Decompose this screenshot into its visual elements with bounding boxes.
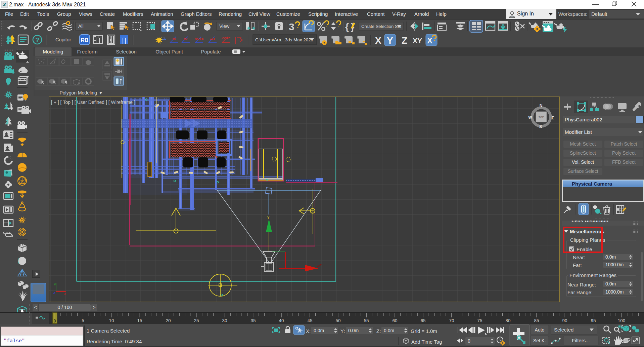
svg-text:15: 15 [137,318,142,323]
svg-text:X:: X: [306,328,311,334]
svg-text:25: 25 [194,318,199,323]
svg-text:0: 0 [54,319,56,323]
svg-text:View: View [219,24,230,29]
svg-text:0.0m: 0.0m [384,328,394,333]
svg-text:5: 5 [82,318,84,323]
svg-text:Create Selection Set: Create Selection Set [361,24,402,29]
svg-text:W: W [528,115,532,120]
svg-text:30: 30 [222,318,227,323]
svg-text:x: x [64,292,66,296]
svg-text:S: S [539,124,542,129]
svg-text:3: 3 [289,21,294,32]
svg-text:Y: Y [387,35,393,46]
svg-text:Filters...: Filters... [572,338,590,343]
svg-text:X: X [375,35,381,46]
svg-text:90: 90 [184,37,188,40]
svg-text:40: 40 [279,318,284,323]
svg-text:0.0m: 0.0m [314,328,324,333]
svg-text:50: 50 [335,318,340,323]
svg-text:N: N [540,103,543,108]
svg-text:80: 80 [505,318,510,323]
svg-text:y: y [54,282,56,286]
svg-text:z: z [53,291,55,295]
svg-text:Copitor: Copitor [55,37,71,42]
svg-text:Rendering Time 0:49:34: Rendering Time 0:49:34 [87,339,142,344]
svg-text:"false": "false" [4,338,25,344]
svg-text:1 Camera Selected: 1 Camera Selected [87,328,130,334]
svg-text:Z: Z [402,35,407,46]
svg-text:Auto: Auto [535,327,545,333]
svg-text:KOTE: KOTE [222,36,230,40]
svg-text:y: y [267,214,270,219]
svg-text:Grid = 1.0m: Grid = 1.0m [411,328,437,334]
svg-text:TOP: TOP [539,116,544,119]
svg-text:RB: RB [81,37,88,43]
svg-text:E: E [552,116,554,120]
svg-text:95: 95 [591,318,596,323]
svg-text:Selected: Selected [554,327,573,333]
svg-text:NOTE: NOTE [195,37,203,40]
svg-text:100: 100 [618,318,626,323]
svg-text:Z:: Z: [376,328,381,334]
svg-text:Y:: Y: [340,328,345,334]
svg-text:90: 90 [562,318,567,323]
svg-text:45: 45 [172,37,176,40]
svg-text:All: All [78,24,84,29]
svg-text:135: 135 [210,37,216,40]
svg-text:70: 70 [449,318,454,323]
svg-text:?: ? [35,36,39,43]
svg-text:Add Time Tag: Add Time Tag [411,339,442,345]
svg-text:20: 20 [166,318,171,323]
svg-text:55: 55 [364,318,369,323]
svg-text:XY: XY [413,37,422,44]
svg-text:45: 45 [307,318,312,323]
svg-text:3: 3 [3,1,6,7]
svg-text:0.0m: 0.0m [348,328,359,333]
svg-text:35: 35 [250,318,256,323]
svg-text:75: 75 [477,318,482,323]
svg-text:60: 60 [392,318,397,323]
svg-text:85: 85 [534,318,539,323]
svg-text:0: 0 [468,338,470,344]
svg-text:65: 65 [420,318,425,323]
svg-text:10: 10 [109,318,114,323]
svg-text:C:\Users\Ara...3ds Max 2021: C:\Users\Ara...3ds Max 2021 [255,37,313,42]
svg-text:X: X [427,36,432,45]
svg-text:Set K.: Set K. [533,338,546,343]
